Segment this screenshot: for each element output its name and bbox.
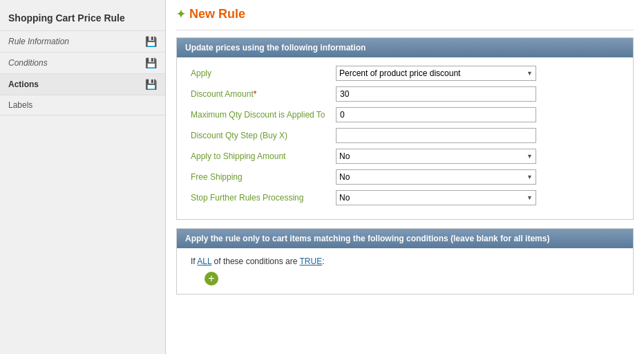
discount-qty-step-control <box>336 128 536 143</box>
save-icon-rule-information: 💾 <box>145 36 157 47</box>
apply-select[interactable]: Percent of product price discount Fixed … <box>336 66 536 81</box>
sidebar-title: Shopping Cart Price Rule <box>0 7 165 30</box>
apply-shipping-label: Apply to Shipping Amount <box>191 151 336 161</box>
free-shipping-control: No Yes <box>336 169 536 185</box>
sidebar-item-label-labels: Labels <box>8 100 32 110</box>
max-qty-row: Maximum Qty Discount is Applied To <box>191 107 619 122</box>
apply-shipping-control: No Yes <box>336 149 536 164</box>
stop-rules-control: No Yes <box>336 190 536 205</box>
save-icon-actions: 💾 <box>145 79 157 90</box>
sidebar-item-label-conditions: Conditions <box>8 58 48 68</box>
condition-all-link[interactable]: ALL <box>197 257 211 266</box>
sidebar-item-label-actions: Actions <box>8 80 39 89</box>
condition-suffix: : <box>322 257 324 266</box>
sidebar-item-conditions[interactable]: Conditions 💾 <box>0 52 165 73</box>
discount-qty-step-label: Discount Qty Step (Buy X) <box>191 131 336 140</box>
sidebar: Shopping Cart Price Rule Rule Informatio… <box>0 0 166 354</box>
apply-shipping-select[interactable]: No Yes <box>336 149 536 164</box>
discount-qty-step-input[interactable] <box>336 128 536 143</box>
sidebar-item-label-rule-information: Rule Information <box>8 37 69 46</box>
apply-shipping-select-wrapper: No Yes <box>336 149 536 164</box>
save-icon-conditions: 💾 <box>145 57 157 68</box>
stop-rules-select[interactable]: No Yes <box>336 190 536 205</box>
free-shipping-label: Free Shipping <box>191 172 336 182</box>
new-rule-icon: ✦ <box>176 8 185 21</box>
free-shipping-select[interactable]: No Yes <box>336 169 536 185</box>
condition-if: If <box>191 257 196 266</box>
condition-text: If ALL of these conditions are TRUE: <box>191 257 619 266</box>
apply-control: Percent of product price discount Fixed … <box>336 66 536 81</box>
condition-true-link[interactable]: TRUE <box>299 257 322 266</box>
update-prices-section: Update prices using the following inform… <box>176 37 634 220</box>
max-qty-control <box>336 107 536 122</box>
stop-rules-row: Stop Further Rules Processing No Yes <box>191 190 619 205</box>
apply-label: Apply <box>191 68 336 78</box>
sidebar-item-actions[interactable]: Actions 💾 <box>0 73 165 95</box>
apply-select-wrapper: Percent of product price discount Fixed … <box>336 66 536 81</box>
stop-rules-select-wrapper: No Yes <box>336 190 536 205</box>
add-condition-button[interactable]: + <box>205 272 218 286</box>
free-shipping-select-wrapper: No Yes <box>336 169 536 185</box>
conditions-body: If ALL of these conditions are TRUE: + <box>177 248 633 294</box>
update-prices-header: Update prices using the following inform… <box>177 38 633 57</box>
discount-amount-input[interactable] <box>336 86 536 102</box>
page-title-container: ✦ New Rule <box>176 7 634 21</box>
sidebar-item-labels[interactable]: Labels <box>0 95 165 115</box>
stop-rules-label: Stop Further Rules Processing <box>191 193 336 203</box>
discount-amount-control <box>336 86 536 102</box>
condition-middle: of these conditions are <box>214 257 298 266</box>
max-qty-label: Maximum Qty Discount is Applied To <box>191 110 336 120</box>
discount-amount-row: Discount Amount* <box>191 86 619 102</box>
page-title: New Rule <box>189 7 245 21</box>
discount-amount-label: Discount Amount* <box>191 89 336 99</box>
max-qty-input[interactable] <box>336 107 536 122</box>
update-prices-body: Apply Percent of product price discount … <box>177 57 633 219</box>
sidebar-item-rule-information[interactable]: Rule Information 💾 <box>0 30 165 52</box>
conditions-section: Apply the rule only to cart items matchi… <box>176 228 634 295</box>
main-content: ✦ New Rule Update prices using the follo… <box>166 0 644 354</box>
apply-row: Apply Percent of product price discount … <box>191 66 619 81</box>
title-divider <box>176 30 634 30</box>
discount-amount-required: * <box>254 89 257 99</box>
apply-shipping-row: Apply to Shipping Amount No Yes <box>191 149 619 164</box>
free-shipping-row: Free Shipping No Yes <box>191 169 619 185</box>
conditions-header: Apply the rule only to cart items matchi… <box>177 229 633 248</box>
discount-qty-step-row: Discount Qty Step (Buy X) <box>191 128 619 143</box>
